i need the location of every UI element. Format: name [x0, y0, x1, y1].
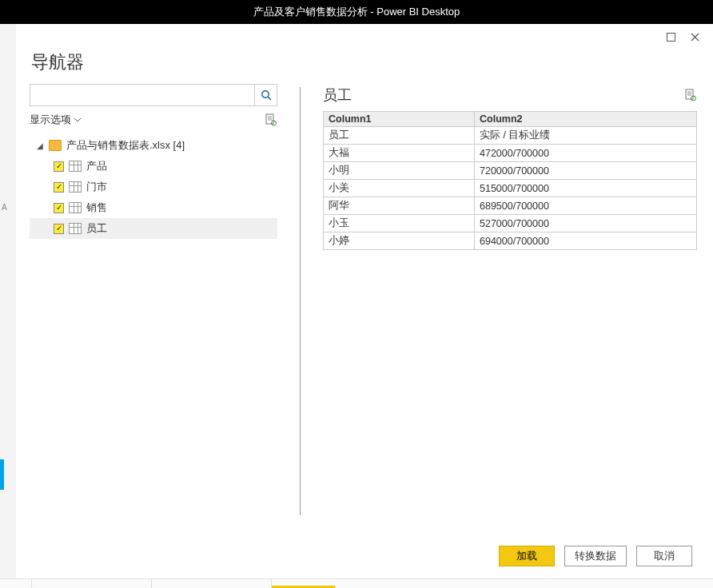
svg-rect-2 — [266, 114, 273, 124]
table-row: 小美515000/700000 — [324, 180, 697, 197]
svg-rect-0 — [667, 33, 675, 41]
table-icon — [69, 161, 82, 172]
tree-item-label: 产品 — [86, 159, 107, 173]
maximize-icon[interactable] — [665, 31, 676, 42]
preview-title: 员工 — [323, 85, 352, 105]
tree-file-node[interactable]: ◢ 产品与销售数据表.xlsx [4] — [30, 135, 277, 156]
tree-table-node[interactable]: ✓ 产品 — [30, 156, 277, 177]
vertical-divider — [300, 87, 301, 515]
cancel-button[interactable]: 取消 — [636, 546, 692, 566]
collapse-icon[interactable]: ◢ — [36, 141, 44, 150]
dialog-footer: 加载 转换数据 取消 — [17, 534, 710, 578]
checkbox-checked[interactable]: ✓ — [54, 224, 64, 234]
svg-point-1 — [261, 91, 268, 97]
display-options-label: 显示选项 — [30, 113, 71, 127]
checkbox-checked[interactable]: ✓ — [54, 203, 64, 213]
table-row: 小明720000/700000 — [324, 162, 697, 180]
table-cell: 员工 — [324, 127, 475, 145]
table-cell: 小美 — [324, 180, 475, 197]
table-cell: 阿华 — [324, 197, 475, 215]
table-icon — [69, 223, 82, 234]
tree-table-node[interactable]: ✓ 销售 — [30, 197, 277, 218]
table-cell: 527000/700000 — [475, 215, 697, 232]
app-title: 产品及客户销售数据分析 - Power BI Desktop — [253, 5, 460, 19]
table-icon — [69, 202, 82, 213]
table-row: 小婷694000/700000 — [324, 232, 697, 250]
tree-item-label: 销售 — [86, 201, 107, 215]
checkbox-checked[interactable]: ✓ — [54, 182, 64, 193]
load-button[interactable]: 加载 — [499, 546, 555, 566]
app-title-bar: 产品及客户销售数据分析 - Power BI Desktop — [0, 0, 713, 24]
table-cell: 小婷 — [324, 232, 475, 250]
search-icon[interactable] — [254, 85, 277, 105]
table-row: 员工实际 / 目标业绩 — [324, 127, 697, 145]
table-cell: 小玉 — [324, 215, 475, 232]
table-cell: 694000/700000 — [475, 232, 697, 250]
close-icon[interactable] — [689, 31, 700, 42]
table-cell: 472000/700000 — [475, 145, 697, 162]
navigator-dialog: 导航器 显示选项 ◢ — [16, 24, 711, 578]
preview-table: Column1 Column2 员工实际 / 目标业绩大福472000/7000… — [323, 111, 697, 250]
preview-refresh-icon[interactable] — [684, 89, 697, 101]
table-cell: 小明 — [324, 162, 475, 180]
tree-item-label: 员工 — [86, 221, 107, 236]
navigator-tree: ◢ 产品与销售数据表.xlsx [4] ✓ 产品 ✓ 门市 ✓ — [30, 133, 277, 534]
table-icon — [69, 181, 82, 193]
svg-rect-4 — [686, 89, 693, 99]
table-row: 小玉527000/700000 — [324, 215, 697, 232]
search-input[interactable] — [30, 85, 254, 105]
file-label: 产品与销售数据表.xlsx [4] — [66, 138, 185, 153]
transform-data-button[interactable]: 转换数据 — [564, 546, 627, 566]
preview-col-header[interactable]: Column2 — [475, 112, 697, 127]
table-cell: 实际 / 目标业绩 — [475, 127, 697, 145]
table-row: 大福472000/700000 — [324, 145, 697, 162]
table-row: 阿华689500/700000 — [324, 197, 697, 215]
preview-col-header[interactable]: Column1 — [324, 112, 475, 127]
table-cell: 689500/700000 — [475, 197, 697, 215]
tree-table-node[interactable]: ✓ 门市 — [30, 177, 277, 197]
navigator-left-panel: 显示选项 ◢ 产品与销售数据表.xlsx [4] ✓ 产品 — [30, 84, 277, 534]
folder-icon — [49, 140, 62, 151]
table-cell: 720000/700000 — [475, 162, 697, 180]
preview-panel: 员工 Column1 Column2 员工实际 / 目标业绩大福472000/7… — [323, 84, 697, 534]
dialog-window-controls — [17, 28, 710, 46]
display-options-row: 显示选项 — [30, 106, 277, 133]
bottom-bar — [0, 578, 713, 588]
display-options-dropdown[interactable]: 显示选项 — [30, 113, 81, 127]
dialog-title: 导航器 — [17, 46, 710, 84]
chevron-down-icon — [74, 118, 81, 122]
background-strip: A — [0, 24, 16, 588]
table-cell: 大福 — [324, 145, 475, 162]
search-box[interactable] — [30, 84, 277, 106]
tree-item-label: 门市 — [86, 180, 107, 194]
table-cell: 515000/700000 — [475, 180, 697, 197]
refresh-icon[interactable] — [265, 113, 277, 126]
tree-table-node-selected[interactable]: ✓ 员工 — [30, 218, 277, 239]
checkbox-checked[interactable]: ✓ — [54, 161, 64, 172]
